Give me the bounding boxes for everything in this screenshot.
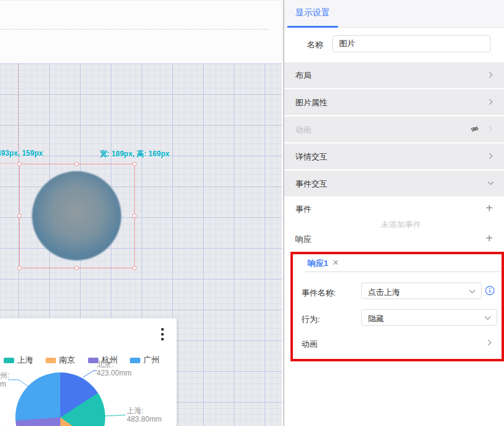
info-icon[interactable] [485, 286, 495, 295]
tab-display-settings[interactable]: 显示设置 [295, 7, 330, 18]
legend-swatch [46, 358, 56, 363]
pie-label-clipped: 州: m [0, 371, 9, 388]
pie-label-beijing: 北京: 423.00mm [97, 360, 132, 377]
legend-label: 上海 [17, 356, 33, 364]
design-canvas: 493px, 159px 宽: 189px, 高: 169px 上海 南京 [0, 0, 283, 426]
selection-position-label: 493px, 159px [0, 149, 43, 158]
chevron-down-icon [469, 288, 476, 295]
section-animation[interactable]: 动画 [284, 116, 504, 142]
resize-handle-s[interactable] [74, 266, 79, 270]
kebab-menu-icon[interactable] [159, 328, 166, 345]
resize-handle-se[interactable] [132, 266, 137, 270]
legend-item-shanghai[interactable]: 上海 [4, 356, 33, 364]
tab-active-underline [287, 26, 338, 28]
chevron-right-icon [487, 153, 494, 159]
name-input[interactable] [332, 35, 490, 52]
chevron-down-icon [484, 315, 491, 321]
add-event-button[interactable]: + [486, 202, 493, 214]
chevron-right-icon [487, 98, 494, 105]
app: 493px, 159px 宽: 189px, 高: 169px 上海 南京 [0, 0, 504, 426]
resize-handle-w[interactable] [17, 214, 22, 218]
resize-handle-e[interactable] [132, 214, 137, 218]
animation-row-label: 动画 [302, 339, 318, 350]
legend-item-guangzhou[interactable]: 广州 [130, 356, 159, 364]
response-tabbar: 响应1 ✕ [305, 254, 502, 272]
chevron-down-icon [487, 180, 494, 187]
legend-swatch [4, 358, 14, 363]
resize-handle-ne[interactable] [132, 162, 137, 166]
pie-label-shanghai: 上海: 483.80mm [127, 406, 162, 424]
chevron-right-icon[interactable] [486, 339, 493, 346]
alignment-guide-horizontal [0, 163, 17, 164]
response-tab-1[interactable]: 响应1 [308, 258, 328, 269]
event-name-select[interactable]: 点击上海 [361, 283, 482, 299]
eye-off-icon [470, 124, 479, 134]
legend-label: 南京 [59, 356, 75, 364]
resize-handle-n[interactable] [74, 162, 79, 166]
legend-item-nanjing[interactable]: 南京 [46, 356, 75, 364]
pie-chart[interactable] [15, 372, 105, 426]
panel-tabs: 显示设置 [284, 0, 504, 28]
section-detail-interaction[interactable]: 详情交互 [284, 143, 504, 169]
add-response-button[interactable]: + [486, 232, 493, 244]
section-layout[interactable]: 布局 [284, 62, 504, 88]
section-event-interaction[interactable]: 事件交互 [284, 171, 504, 196]
section-image-properties[interactable]: 图片属性 [284, 89, 504, 115]
selection-box[interactable] [19, 164, 135, 268]
legend-label: 广州 [143, 356, 159, 364]
settings-panel: 显示设置 名称 布局 图片属性 动画 详情交互 事件交互 [283, 0, 504, 426]
events-label: 事件 [295, 204, 311, 215]
name-label: 名称 [307, 39, 323, 50]
events-empty-text: 未添加事件 [284, 219, 504, 230]
resize-handle-sw[interactable] [17, 266, 22, 270]
close-icon[interactable]: ✕ [332, 258, 339, 267]
resize-handle-nw[interactable] [17, 162, 22, 166]
page-divider-dashed [0, 29, 269, 30]
chevron-right-icon [487, 71, 494, 78]
pie-chart-widget[interactable]: 上海 南京 杭州 广州 北京: 423.00mm [0, 318, 177, 426]
event-name-label: 事件名称: [302, 287, 336, 299]
responses-label: 响应 [295, 234, 311, 245]
behavior-label: 行为: [302, 314, 320, 325]
behavior-select[interactable]: 隐藏 [361, 309, 497, 326]
page-surface [0, 0, 282, 64]
selection-size-label: 宽: 189px, 高: 169px [100, 149, 169, 159]
response-config-highlight: 响应1 ✕ 事件名称: 点击上海 行为: 隐藏 动画 [290, 252, 504, 361]
chevron-right-icon [487, 126, 494, 132]
